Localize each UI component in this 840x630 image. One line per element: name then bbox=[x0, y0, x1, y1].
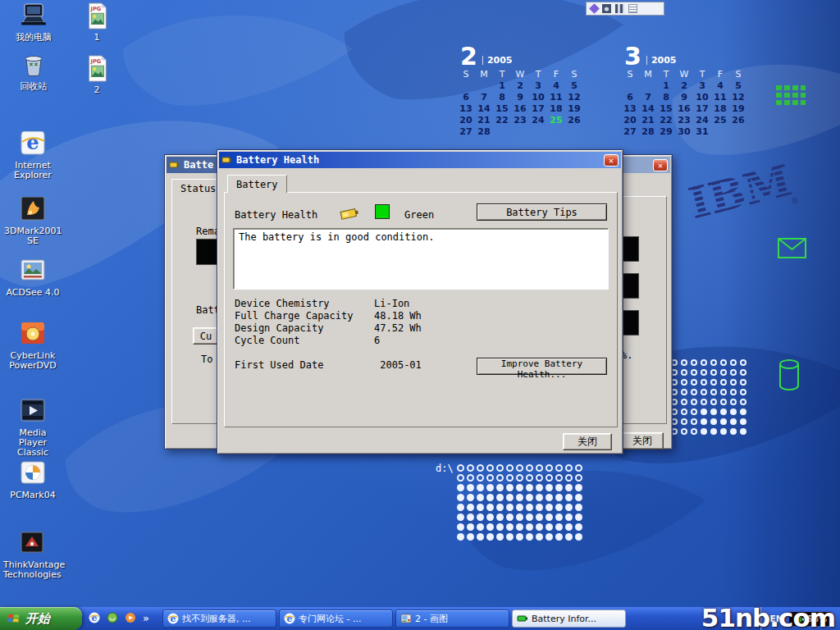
field-label: Device Chemistry bbox=[235, 298, 374, 309]
calendar-day: 28 bbox=[475, 126, 493, 138]
media-icon[interactable] bbox=[125, 612, 138, 625]
dot bbox=[740, 359, 746, 366]
dot-grid bbox=[457, 464, 585, 543]
dot bbox=[565, 514, 573, 521]
battery-tips-button[interactable]: Battery Tips bbox=[477, 203, 607, 221]
dot bbox=[496, 494, 504, 501]
calendar-day bbox=[475, 80, 493, 92]
dot bbox=[691, 369, 697, 376]
dot bbox=[691, 409, 697, 415]
calendar-day bbox=[511, 126, 529, 138]
dot bbox=[740, 409, 746, 415]
dot bbox=[701, 369, 707, 376]
dot bbox=[457, 474, 464, 482]
msn-icon[interactable] bbox=[107, 612, 120, 625]
dot bbox=[496, 464, 504, 472]
dot bbox=[575, 474, 582, 482]
my-computer-icon bbox=[19, 3, 48, 31]
battery-app-icon bbox=[221, 155, 233, 165]
icon-label: ThinkVantage Technologies bbox=[3, 560, 61, 580]
pointer-icon[interactable] bbox=[589, 3, 600, 14]
taskbar-task[interactable]: e专门网论坛 - ... bbox=[279, 609, 393, 628]
calendar-day: 5 bbox=[565, 80, 583, 92]
field-value: 6 bbox=[374, 335, 380, 346]
film-icon[interactable] bbox=[615, 4, 624, 13]
dot bbox=[536, 533, 543, 541]
desktop-icon-my-computer[interactable]: 我的电脑 bbox=[5, 3, 62, 43]
calendar-month-2: 22005SMTWTFS1234567891011121314151617181… bbox=[457, 46, 587, 138]
desktop-icon-powerdvd[interactable]: CyberLink PowerDVD bbox=[4, 322, 62, 371]
dot bbox=[477, 474, 484, 482]
desktop-icon-mpc[interactable]: Media Player Classic bbox=[4, 399, 62, 458]
taskbar-task[interactable]: 2 - 画图 bbox=[395, 609, 509, 628]
dot bbox=[555, 494, 563, 501]
calendar-day: 2 bbox=[675, 80, 693, 92]
screen-capture-toolbar[interactable] bbox=[586, 2, 664, 16]
dot bbox=[546, 474, 553, 482]
dot bbox=[740, 369, 746, 376]
tab-battery[interactable]: Battery bbox=[227, 175, 287, 193]
dot bbox=[691, 359, 697, 366]
desktop-icon-3dmark[interactable]: 3DMark2001 SE bbox=[4, 197, 62, 246]
dot bbox=[467, 523, 474, 531]
calendar-day: 9 bbox=[511, 92, 529, 103]
calendar-day: 1 bbox=[493, 80, 511, 92]
calendar-day: 9 bbox=[675, 92, 693, 103]
desktop-icon-acdsee[interactable]: ACDSee 4.0 bbox=[4, 258, 62, 298]
current-button[interactable]: Cu bbox=[193, 327, 219, 345]
notes-icon[interactable] bbox=[628, 4, 637, 13]
watermark: 51nb.com bbox=[701, 603, 835, 630]
chevron-icon[interactable]: » bbox=[143, 612, 156, 625]
dot bbox=[565, 533, 573, 541]
camera-icon[interactable] bbox=[602, 4, 611, 13]
start-button[interactable]: 开始 bbox=[0, 607, 82, 630]
desktop-icon-recycle-bin[interactable]: 回收站 bbox=[5, 52, 62, 92]
ie-icon[interactable]: e bbox=[89, 612, 102, 625]
improve-battery-health-button[interactable]: Improve Battery Health... bbox=[477, 358, 607, 375]
desktop-icon-ie[interactable]: eInternet Explorer bbox=[4, 131, 62, 180]
close-button[interactable]: 关闭 bbox=[621, 432, 664, 450]
calendar-day: 6 bbox=[621, 92, 639, 103]
calendar-day: 16 bbox=[511, 103, 529, 115]
calendar-day bbox=[457, 80, 475, 92]
mpc-icon bbox=[18, 399, 48, 427]
dot bbox=[526, 514, 533, 521]
taskbar-task[interactable]: e找不到服务器, ... bbox=[162, 609, 276, 628]
field-value: Li-Ion bbox=[374, 298, 409, 309]
close-icon[interactable]: ✕ bbox=[653, 159, 668, 171]
condition-textbox[interactable]: The battery is in good condition. bbox=[233, 228, 609, 290]
calendar-day: 19 bbox=[729, 103, 747, 115]
thinkvantage-icon bbox=[17, 531, 47, 559]
dot bbox=[546, 504, 553, 511]
dot bbox=[691, 389, 697, 395]
field-value: 2005-01 bbox=[380, 359, 422, 371]
calendar-day: 26 bbox=[729, 115, 747, 126]
ie-icon: e bbox=[18, 131, 48, 159]
close-button[interactable]: 关闭 bbox=[563, 433, 612, 450]
desktop-icon-jpg-file-1[interactable]: JPG1 bbox=[75, 2, 118, 43]
desktop-icon-thinkvantage[interactable]: ThinkVantage Technologies bbox=[3, 531, 61, 580]
drive-label: d:\ bbox=[436, 463, 454, 474]
dot bbox=[526, 523, 533, 531]
dot bbox=[555, 523, 563, 531]
close-icon[interactable]: ✕ bbox=[604, 154, 619, 167]
dialog-titlebar[interactable]: Battery Health ✕ bbox=[219, 152, 621, 168]
health-status: Green bbox=[404, 209, 434, 221]
dot bbox=[691, 418, 697, 425]
start-label: 开始 bbox=[25, 611, 50, 627]
calendar-day: 13 bbox=[457, 103, 475, 115]
calendar-day: 6 bbox=[457, 92, 475, 103]
dot bbox=[526, 533, 533, 541]
dot bbox=[477, 494, 484, 501]
desktop-icon-jpg-file-2[interactable]: JPG2 bbox=[75, 54, 118, 95]
taskbar-task[interactable]: Battery Infor... bbox=[512, 609, 626, 628]
dot bbox=[710, 418, 717, 425]
acdsee-icon bbox=[18, 258, 48, 286]
calendar-day bbox=[729, 126, 747, 138]
calendar-dow: W bbox=[511, 69, 529, 80]
desktop-icon-pcmark[interactable]: PCMark04 bbox=[4, 461, 62, 500]
calendar-day: 28 bbox=[639, 126, 657, 138]
dot bbox=[516, 523, 523, 531]
recycle-bin-icon bbox=[19, 52, 48, 80]
svg-text:e: e bbox=[287, 614, 293, 624]
